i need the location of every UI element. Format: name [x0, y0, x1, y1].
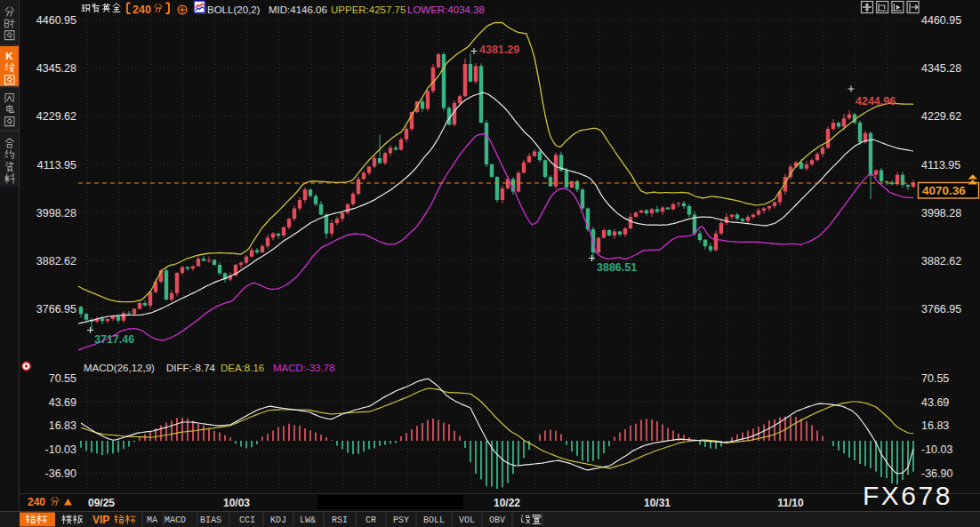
svg-text:3717.46: 3717.46 — [94, 333, 134, 346]
svg-text:3766.95: 3766.95 — [36, 303, 76, 315]
svg-text:43.69: 43.69 — [921, 396, 949, 409]
svg-text:BOLL: BOLL — [423, 515, 445, 525]
svg-text:UPPER:4257.75: UPPER:4257.75 — [331, 4, 406, 15]
svg-text:240: 240 — [133, 4, 151, 16]
svg-text:240: 240 — [28, 496, 45, 508]
svg-text:09/25: 09/25 — [88, 497, 115, 509]
svg-text:4070.36: 4070.36 — [922, 184, 966, 197]
svg-text:VIP: VIP — [92, 514, 109, 526]
svg-text:MACD(26,12,9): MACD(26,12,9) — [84, 363, 155, 373]
svg-text:MACD:-33.78: MACD:-33.78 — [273, 363, 335, 373]
svg-text:70.55: 70.55 — [921, 372, 949, 385]
svg-text:MA: MA — [147, 515, 157, 525]
svg-text:11/10: 11/10 — [777, 497, 804, 509]
svg-text:DEA:8.16: DEA:8.16 — [221, 363, 264, 373]
svg-text:4113.95: 4113.95 — [37, 159, 76, 172]
svg-text:KDJ: KDJ — [270, 515, 286, 525]
svg-text:LOWER:4034.38: LOWER:4034.38 — [407, 4, 485, 15]
svg-text:3766.95: 3766.95 — [921, 303, 961, 315]
svg-text:70.55: 70.55 — [49, 372, 76, 385]
svg-text:43.69: 43.69 — [49, 396, 76, 409]
svg-text:K: K — [5, 51, 13, 61]
svg-text:10/22: 10/22 — [494, 497, 520, 509]
svg-text:4460.95: 4460.95 — [36, 14, 76, 27]
svg-text:10/03: 10/03 — [223, 497, 250, 509]
svg-text:-10.03: -10.03 — [45, 443, 76, 456]
svg-text:FX678: FX678 — [863, 481, 952, 510]
svg-text:3882.62: 3882.62 — [36, 255, 76, 267]
svg-text:CCI: CCI — [239, 515, 255, 525]
svg-text:4229.62: 4229.62 — [921, 110, 961, 123]
svg-text:4244.96: 4244.96 — [855, 95, 896, 108]
svg-text:4460.95: 4460.95 — [921, 14, 961, 27]
svg-text:4229.62: 4229.62 — [36, 110, 76, 123]
svg-text:16.83: 16.83 — [921, 419, 949, 432]
svg-text:RSI: RSI — [332, 515, 348, 525]
svg-text:4381.29: 4381.29 — [479, 44, 519, 56]
svg-text:-36.90: -36.90 — [45, 467, 76, 480]
svg-text:16.83: 16.83 — [49, 419, 76, 432]
svg-text:3998.28: 3998.28 — [921, 207, 961, 220]
svg-text:3882.62: 3882.62 — [921, 255, 961, 267]
svg-text:MID:4146.06: MID:4146.06 — [269, 4, 327, 15]
svg-text:DIFF:-8.74: DIFF:-8.74 — [166, 363, 216, 373]
svg-text:3998.28: 3998.28 — [36, 207, 76, 220]
svg-text:VOL: VOL — [459, 515, 475, 525]
svg-text:OBV: OBV — [489, 515, 505, 525]
svg-text:4345.28: 4345.28 — [36, 62, 76, 75]
svg-text:PSY: PSY — [393, 515, 409, 525]
svg-text:LW&: LW& — [300, 515, 316, 525]
svg-text:4113.95: 4113.95 — [921, 159, 960, 172]
svg-text:BIAS: BIAS — [200, 515, 221, 525]
svg-text:10/31: 10/31 — [644, 497, 671, 509]
svg-text:MACD: MACD — [165, 515, 186, 525]
svg-text:3886.51: 3886.51 — [597, 261, 637, 274]
svg-text:CR: CR — [365, 515, 376, 525]
svg-text:-10.03: -10.03 — [921, 443, 952, 456]
svg-text:4345.28: 4345.28 — [921, 62, 961, 75]
svg-text:-36.90: -36.90 — [921, 467, 952, 480]
svg-text:BOLL(20,2): BOLL(20,2) — [207, 4, 261, 15]
